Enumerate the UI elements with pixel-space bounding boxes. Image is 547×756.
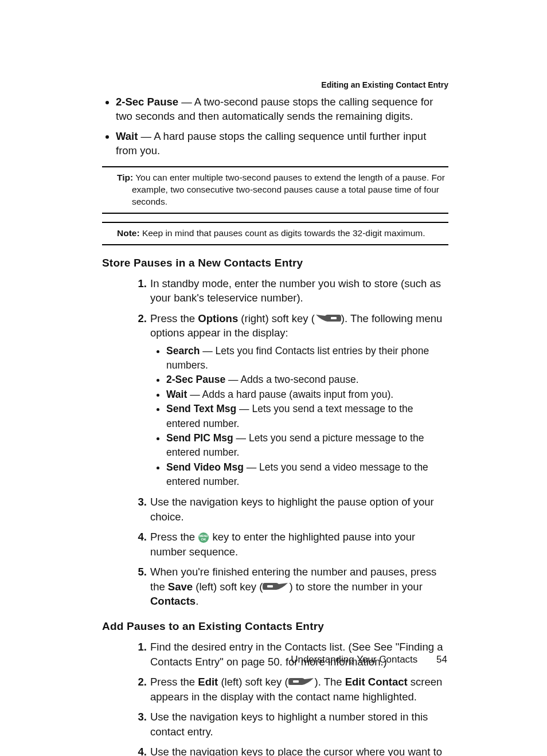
right-softkey-icon [315, 315, 341, 324]
svg-text:OK: OK [201, 538, 207, 541]
list-item: Send PIC Msg — Lets you send a picture m… [166, 431, 448, 460]
list-item: Search — Lets you find Contacts list ent… [166, 344, 448, 373]
list-item: Send Video Msg — Lets you send a video m… [166, 460, 448, 489]
list-item: 2-Sec Pause — Adds a two-second pause. [166, 373, 448, 387]
list-item: Send Text Msg — Lets you send a text mes… [166, 402, 448, 431]
step: 3.Use the navigation keys to highlight t… [132, 495, 448, 524]
step: 4. Press the MENUOK key to enter the hig… [132, 530, 448, 559]
section-heading-store: Store Pauses in a New Contacts Entry [102, 257, 448, 269]
steps-store: 1.In standby mode, enter the number you … [102, 276, 448, 609]
step: 3.Use the navigation keys to highlight a… [132, 710, 448, 739]
left-softkey-icon [288, 678, 315, 687]
section-heading-add: Add Pauses to an Existing Contacts Entry [102, 620, 448, 633]
step: 4.Use the navigation keys to place the c… [132, 745, 448, 756]
step: 2. Press the Edit (left) soft key (). Th… [132, 675, 448, 704]
list-item: Wait — A hard pause stops the calling se… [116, 130, 448, 158]
pause-type-list: 2-Sec Pause — A two-second pause stops t… [102, 95, 448, 158]
step: 2. Press the Options (right) soft key ()… [132, 311, 448, 489]
svg-rect-4 [267, 585, 273, 587]
list-item: Wait — Adds a hard pause (awaits input f… [166, 387, 448, 402]
svg-rect-5 [293, 680, 299, 683]
page-number: 54 [436, 654, 447, 665]
step: 1.In standby mode, enter the number you … [132, 276, 448, 305]
page-footer: Understanding Your Contacts 54 [291, 654, 447, 665]
left-softkey-icon [263, 583, 289, 592]
footer-section: Understanding Your Contacts [291, 654, 417, 665]
ok-key-icon: MENUOK [198, 532, 209, 544]
divider [102, 244, 448, 245]
step: 5. When you're finished entering the num… [132, 565, 448, 609]
svg-rect-0 [331, 317, 337, 319]
running-header: Editing an Existing Contact Entry [102, 80, 448, 89]
note-box: Note: Keep in mind that pauses count as … [117, 223, 448, 244]
list-item: 2-Sec Pause — A two-second pause stops t… [116, 95, 448, 124]
options-list: Search — Lets you find Contacts list ent… [150, 344, 448, 489]
tip-box: Tip: You can enter multiple two-second p… [117, 167, 448, 213]
